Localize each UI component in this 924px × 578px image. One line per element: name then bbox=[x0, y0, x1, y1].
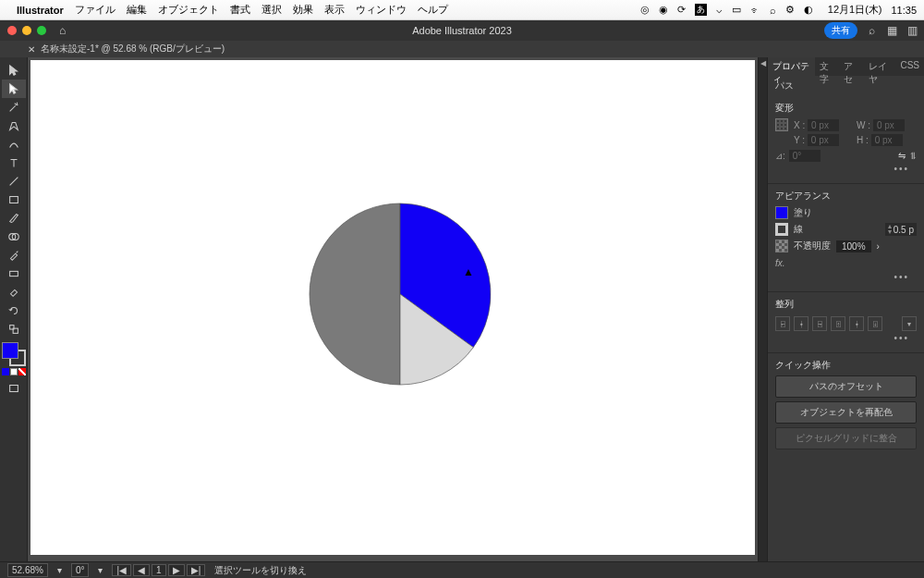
shape-builder-tool[interactable] bbox=[2, 228, 26, 246]
bluetooth-icon[interactable]: ⌵ bbox=[716, 4, 723, 16]
artboard-number[interactable]: 1 bbox=[152, 564, 166, 576]
zoom-chevron-icon[interactable]: ▾ bbox=[57, 565, 62, 575]
align-more-icon[interactable]: ••• bbox=[775, 331, 917, 347]
wifi-icon[interactable]: ᯤ bbox=[750, 5, 760, 16]
align-top-icon[interactable]: ⍐ bbox=[831, 316, 845, 331]
battery-icon[interactable]: ▭ bbox=[732, 4, 741, 16]
eyedropper-tool[interactable] bbox=[2, 246, 26, 264]
ime-icon[interactable]: あ bbox=[695, 4, 707, 16]
magic-wand-tool[interactable] bbox=[2, 98, 26, 117]
eraser-tool[interactable] bbox=[2, 283, 26, 301]
opacity-swatch[interactable] bbox=[775, 240, 788, 252]
menu-object[interactable]: オブジェクト bbox=[158, 3, 219, 17]
h-value[interactable]: 0 px bbox=[871, 134, 903, 146]
opacity-value[interactable]: 100% bbox=[836, 240, 871, 252]
screen-mode-tool[interactable] bbox=[2, 379, 26, 398]
menu-help[interactable]: ヘルプ bbox=[418, 3, 448, 17]
tab-character[interactable]: 文字 bbox=[815, 57, 839, 76]
transform-more-icon[interactable]: ••• bbox=[775, 162, 917, 178]
recolor-button[interactable]: オブジェクトを再配色 bbox=[775, 401, 917, 424]
menubar-time[interactable]: 11:35 bbox=[891, 5, 917, 16]
sync-icon[interactable]: ⟳ bbox=[677, 4, 686, 16]
opacity-chevron-icon[interactable]: › bbox=[877, 241, 880, 252]
tab-layers[interactable]: レイヤ bbox=[864, 57, 896, 76]
y-label: Y : bbox=[794, 135, 805, 145]
artboard[interactable]: ▲ bbox=[30, 60, 755, 555]
zoom-window[interactable] bbox=[37, 26, 46, 35]
artboard-last-icon[interactable]: ▶| bbox=[187, 564, 206, 576]
stroke-weight[interactable]: ▴▾0.5 p bbox=[885, 223, 917, 236]
siri-icon[interactable]: ◐ bbox=[804, 4, 813, 16]
reference-point[interactable] bbox=[775, 118, 788, 131]
selection-tool[interactable] bbox=[2, 61, 26, 80]
close-tab-icon[interactable]: ✕ bbox=[28, 44, 35, 55]
app-name[interactable]: Illustrator bbox=[17, 5, 64, 16]
paintbrush-tool[interactable] bbox=[2, 209, 26, 228]
fill-stroke-swatches[interactable] bbox=[2, 342, 26, 366]
pie-chart[interactable] bbox=[308, 202, 492, 387]
x-value[interactable]: 0 px bbox=[808, 119, 839, 131]
macos-menubar: Illustrator ファイル 編集 オブジェクト 書式 選択 効果 表示 ウ… bbox=[0, 0, 924, 20]
rotate-chevron-icon[interactable]: ▾ bbox=[98, 565, 103, 575]
align-left-icon[interactable]: ⍇ bbox=[775, 316, 790, 331]
panel-collapse-toggle[interactable]: ◀ bbox=[758, 57, 767, 561]
scale-tool[interactable] bbox=[2, 320, 26, 338]
fill-swatch[interactable] bbox=[2, 342, 18, 359]
y-value[interactable]: 0 px bbox=[808, 134, 839, 146]
close-window[interactable] bbox=[7, 26, 17, 35]
search-icon[interactable]: ⌕ bbox=[770, 5, 776, 16]
arrange-icon[interactable]: ▦ bbox=[885, 24, 898, 37]
align-right-icon[interactable]: ⍈ bbox=[812, 316, 827, 331]
menu-select[interactable]: 選択 bbox=[261, 3, 282, 17]
fill-color-swatch[interactable] bbox=[775, 206, 788, 219]
rotate-tool[interactable] bbox=[2, 301, 26, 320]
share-button[interactable]: 共有 bbox=[824, 22, 857, 39]
offset-path-button[interactable]: パスのオフセット bbox=[775, 375, 917, 398]
menu-file[interactable]: ファイル bbox=[75, 3, 116, 17]
align-hcenter-icon[interactable]: ⍿ bbox=[794, 316, 808, 331]
tab-properties[interactable]: プロパティ bbox=[768, 57, 815, 76]
angle-value[interactable]: 0° bbox=[789, 150, 821, 162]
flip-h-icon[interactable]: ⇋ bbox=[898, 151, 906, 161]
menu-edit[interactable]: 編集 bbox=[127, 3, 147, 17]
curvature-tool[interactable] bbox=[2, 135, 26, 154]
line-tool[interactable] bbox=[2, 172, 26, 191]
pen-tool[interactable] bbox=[2, 117, 26, 135]
artboard-prev-icon[interactable]: ◀ bbox=[133, 564, 150, 576]
menubar-date[interactable]: 12月1日(木) bbox=[828, 3, 882, 17]
align-vcenter-icon[interactable]: ⍿ bbox=[849, 316, 864, 331]
type-tool[interactable] bbox=[2, 154, 26, 172]
pixel-grid-button[interactable]: ピクセルグリッドに整合 bbox=[775, 427, 917, 449]
tab-assets[interactable]: アセ bbox=[839, 57, 863, 76]
color-mode-swatches[interactable] bbox=[2, 368, 26, 375]
home-icon[interactable]: ⌂ bbox=[59, 24, 66, 37]
canvas-area[interactable]: ▲ bbox=[28, 57, 758, 561]
document-tab[interactable]: ✕ 名称未設定-1* @ 52.68 % (RGB/プレビュー) bbox=[28, 43, 225, 55]
gradient-tool[interactable] bbox=[2, 264, 26, 283]
w-value[interactable]: 0 px bbox=[873, 119, 905, 131]
menu-effect[interactable]: 効果 bbox=[293, 3, 313, 17]
align-bottom-icon[interactable]: ⍗ bbox=[868, 316, 882, 331]
tab-css[interactable]: CSS bbox=[895, 57, 924, 76]
rectangle-tool[interactable] bbox=[2, 191, 26, 209]
rotate-field[interactable]: 0° bbox=[71, 563, 90, 577]
fx-label[interactable]: fx. bbox=[775, 256, 917, 270]
artboard-next-icon[interactable]: ▶ bbox=[168, 564, 185, 576]
pie-slice[interactable] bbox=[310, 203, 400, 385]
menu-type[interactable]: 書式 bbox=[230, 3, 250, 17]
line-icon[interactable]: ◉ bbox=[659, 4, 668, 16]
zoom-field[interactable]: 52.68% bbox=[7, 563, 48, 577]
menu-window[interactable]: ウィンドウ bbox=[356, 3, 407, 17]
menu-view[interactable]: 表示 bbox=[324, 3, 345, 17]
flip-v-icon[interactable]: ⥮ bbox=[909, 151, 917, 161]
stroke-color-swatch[interactable] bbox=[775, 223, 788, 236]
minimize-window[interactable] bbox=[22, 26, 31, 35]
artboard-first-icon[interactable]: |◀ bbox=[112, 564, 131, 576]
control-center-icon[interactable]: ⚙ bbox=[785, 4, 795, 16]
cc-icon[interactable]: ◎ bbox=[640, 4, 650, 16]
direct-selection-tool[interactable] bbox=[2, 80, 26, 98]
workspace-icon[interactable]: ▥ bbox=[906, 24, 918, 37]
align-to-icon[interactable]: ▾ bbox=[902, 316, 917, 331]
search-app-icon[interactable]: ⌕ bbox=[865, 24, 878, 37]
appearance-more-icon[interactable]: ••• bbox=[775, 270, 917, 286]
